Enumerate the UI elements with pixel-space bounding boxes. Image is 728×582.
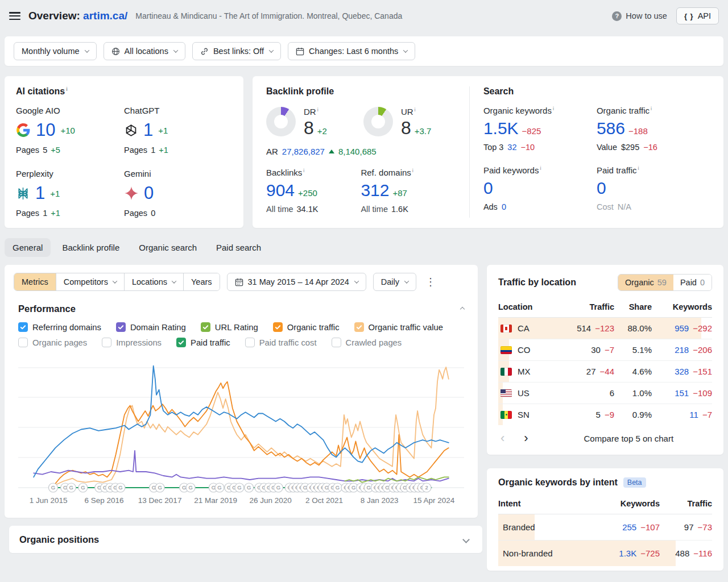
svg-text:2: 2 [425,485,428,491]
location-row-us: US61.0%151−109 [498,383,712,404]
prev-page-icon[interactable]: ‹ [500,432,504,444]
filter-button-monthly-volume[interactable]: Monthly volume [14,42,97,60]
ai-pages: Pages0 [124,209,232,218]
keywords-link[interactable]: 11 [689,410,698,419]
google-update-marker[interactable]: G [245,483,254,492]
ahrefs-rank: AR 27,826,827 8,140,685 [266,147,456,156]
chevron-down-icon [172,279,176,284]
filter-button-all-locations[interactable]: All locations [104,42,185,60]
google-update-marker[interactable]: G [116,483,125,492]
expand-chevron-icon[interactable] [462,536,470,543]
ai-citation-gemini: Gemini0Pages0 [124,169,232,218]
checkbox-crawled-pages[interactable]: Crawled pages [332,338,402,347]
google-update-marker[interactable]: G [186,483,195,492]
checkbox-domain-rating[interactable]: Domain Rating [116,322,186,332]
more-options-icon[interactable]: ⋮ [423,277,438,287]
checked-checkbox-icon [18,322,28,332]
next-page-icon[interactable]: › [524,432,528,444]
google-update-marker[interactable]: G [215,483,224,492]
site-description: Martineau & Mindicanu - The Art of Immig… [135,11,604,20]
info-icon: i [638,165,639,171]
organic-traffic-metric: Organic traffici 586−188 Value$295−16 [597,106,710,152]
checkbox-organic-traffic[interactable]: Organic traffic [273,322,340,332]
domain-link[interactable]: artim.ca/ [83,10,127,22]
globe-icon [111,47,120,56]
keywords-delta: −109 [693,388,712,398]
info-icon: i [651,106,652,111]
paid-toggle[interactable]: Paid0 [673,275,712,290]
keywords-link[interactable]: 218 [675,345,689,355]
keywords-link[interactable]: 959 [675,323,689,333]
checkbox-paid-traffic-cost[interactable]: Paid traffic cost [245,338,317,347]
x-axis-label: 21 Mar 2019 [194,496,237,505]
google-update-marker[interactable]: G [78,483,88,492]
keywords-link[interactable]: 328 [675,367,689,376]
google-update-marker[interactable]: G [274,483,283,492]
checkbox-referring-domains[interactable]: Referring domains [18,322,101,332]
braces-icon: { } [684,12,694,20]
menu-icon[interactable] [9,12,20,20]
ai-source-name: Perplexity [16,169,124,178]
location-row-co: CO30−75.1%218−206 [498,339,712,361]
location-row-sn: SN5−90.9%11−7 [498,404,712,425]
chevron-down-icon [403,48,408,52]
filter-button-best-links-off[interactable]: Best links: Off [192,42,281,60]
share-value: 4.6% [632,367,652,376]
unchecked-checkbox-icon [18,338,28,347]
intent-keywords-link[interactable]: 1.3K [619,548,636,558]
tab-general[interactable]: General [5,238,51,257]
tab-backlink-profile[interactable]: Backlink profile [54,238,127,257]
checkbox-paid-traffic[interactable]: Paid traffic [176,338,230,347]
section-tabs: GeneralBacklink profileOrganic searchPai… [5,238,723,257]
calendar-icon [296,47,304,56]
tab-paid-search[interactable]: Paid search [208,238,269,257]
keywords-delta: −292 [693,323,712,333]
google-update-marker[interactable]: G [235,483,244,492]
metric-checkboxes-row2: Organic pagesImpressionsPaid trafficPaid… [18,338,464,347]
info-icon: i [553,106,554,111]
ar-value-link[interactable]: 27,826,827 [282,147,325,156]
google-update-marker[interactable]: G [333,483,342,492]
collapse-chevron-icon[interactable] [460,307,465,311]
keywords-link[interactable]: 151 [675,388,689,398]
google-update-marker[interactable]: 2 [422,483,431,492]
checkbox-impressions[interactable]: Impressions [102,338,162,347]
google-update-marker[interactable]: G [67,483,76,492]
organic-toggle[interactable]: Organic59 [618,275,673,290]
checkbox-organic-traffic-value[interactable]: Organic traffic value [354,322,443,332]
traffic-value: 27 [586,367,596,376]
openai-icon [124,123,138,138]
segment-locations[interactable]: Locations [124,273,183,290]
how-to-use-button[interactable]: ? How to use [612,11,667,21]
intent-row-branded: Branded255−10797−73 [498,514,712,541]
organic-positions-section[interactable]: Organic positions [9,526,482,553]
traffic-delta: −44 [600,367,614,376]
ref-domains-metric: Ref. domainsi 312+87 All time1.6K [361,168,455,214]
performance-card: MetricsCompetitorsLocationsYears 31 May … [5,265,478,518]
date-range-button[interactable]: 31 May 2015 – 14 Apr 2024 [227,273,366,291]
segment-metrics[interactable]: Metrics [14,273,56,290]
tab-organic-search[interactable]: Organic search [131,238,205,257]
chevron-down-icon [269,48,274,52]
segment-years[interactable]: Years [183,273,220,290]
checkbox-organic-pages[interactable]: Organic pages [18,338,87,347]
intent-table: Intent Keywords Traffic Branded255−10797… [498,494,712,566]
google-update-marker[interactable]: G [48,483,57,492]
granularity-button[interactable]: Daily [373,273,416,291]
metrics-segmented-control: MetricsCompetitorsLocationsYears [14,273,220,291]
svg-text:G: G [182,485,186,491]
filter-button-changes-last-6-months[interactable]: Changes: Last 6 months [288,42,415,60]
api-button[interactable]: { } API [676,7,719,24]
svg-text:G: G [217,485,221,491]
google-update-marker[interactable]: G [155,483,164,492]
info-icon: i [303,168,304,173]
checkbox-url-rating[interactable]: URL Rating [201,322,258,332]
ai-pages: Pages1 +1 [124,146,232,155]
traffic-by-location-title: Traffic by location [498,277,576,288]
segment-competitors[interactable]: Competitors [56,273,124,290]
backlinks-metric: Backlinksi 904+250 All time34.1K [266,168,361,214]
ai-source-name: Gemini [124,169,232,178]
compare-top5-link[interactable]: Compare top 5 on chart [548,434,710,443]
chevron-down-icon [354,279,358,284]
intent-keywords-link[interactable]: 255 [622,522,636,532]
